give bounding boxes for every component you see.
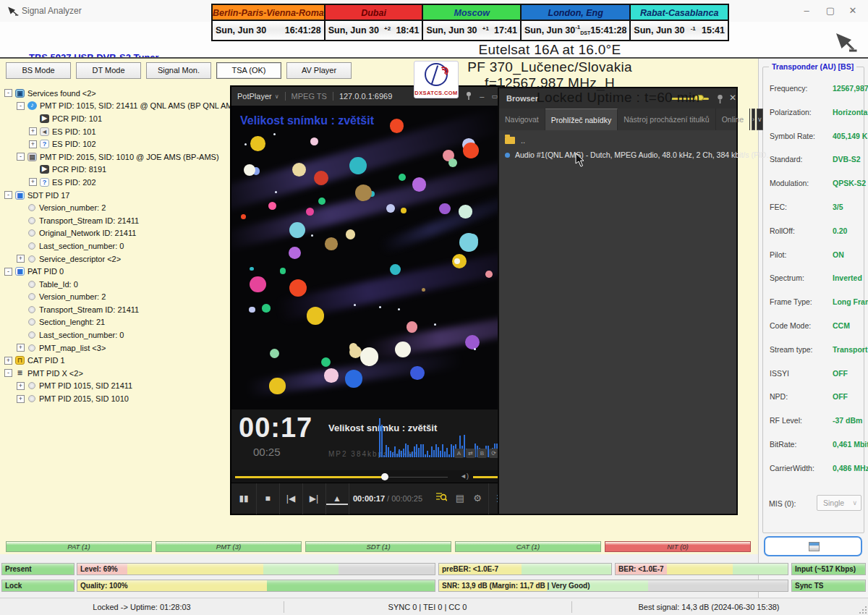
stop-button[interactable]: ■ <box>257 483 278 514</box>
tree-row[interactable]: Version_number: 2 <box>4 201 226 214</box>
tree-play-icon: ▶ <box>40 114 49 123</box>
tree-row[interactable]: Transport_Stream ID: 21411 <box>4 214 226 227</box>
online-next-icon[interactable]: › <box>752 109 755 130</box>
tree-row[interactable]: -♪PMT PID: 1015, SID: 21411 @ QNL AMS (B… <box>4 100 226 113</box>
minimize-button[interactable]: – <box>796 3 817 19</box>
tree-row[interactable]: Table_Id: 0 <box>4 278 226 291</box>
playlist-search-icon[interactable] <box>434 491 448 506</box>
tree-row[interactable]: ▶PCR PID: 8191 <box>4 164 226 177</box>
ab-button-⇄[interactable]: ⇄ <box>466 449 475 458</box>
tree-row[interactable]: -▦SDT PID 17 <box>4 189 226 202</box>
transponder-row: Modulation:QPSK-S2 <box>763 177 864 191</box>
tree-expander[interactable]: + <box>17 395 25 403</box>
statusbar-sync: SYNC 0 | TEI 0 | CC 0 <box>284 598 571 615</box>
tree-row[interactable]: Last_section_number: 0 <box>4 239 226 253</box>
ab-button-B[interactable]: B <box>477 449 487 458</box>
audio-track-item[interactable]: Audio #1(QNL AMS) - Dutch, MPEG Audio, 4… <box>505 150 773 159</box>
tree-expander[interactable]: + <box>29 127 37 135</box>
tree-row[interactable]: +?ES PID: 102 <box>4 137 226 150</box>
video-dot <box>244 164 255 176</box>
tree-row[interactable]: +Service_descriptor <2> <box>4 253 226 266</box>
mode-tab-strip: BS ModeDT ModeSignal Mon.TSA (OK)AV Play… <box>6 62 352 79</box>
tree-expander[interactable]: - <box>4 268 12 276</box>
tree-row[interactable]: Original_Network ID: 21411 <box>4 227 226 240</box>
seek-bar[interactable]: ◄) <box>231 470 503 483</box>
tab-bs-mode[interactable]: BS Mode <box>6 62 71 79</box>
ts-record-button[interactable] <box>764 536 862 556</box>
previous-button[interactable]: |◀ <box>280 483 302 514</box>
tree-expander[interactable]: + <box>17 382 25 390</box>
chevron-down-icon[interactable]: ∨ <box>275 93 279 100</box>
tree-expander[interactable]: - <box>4 191 12 199</box>
player-maximize-icon[interactable]: ▭ <box>491 93 498 100</box>
clock-city-label: Rabat-Casablanca <box>631 5 728 21</box>
pause-button[interactable]: ▮▮ <box>233 483 255 514</box>
tree-expander[interactable]: - <box>17 153 25 161</box>
tree-question-icon: ? <box>40 178 49 187</box>
tree-row[interactable]: +◄ES PID: 101 <box>4 125 226 138</box>
tree-row[interactable]: Version_number: 2 <box>4 291 226 304</box>
tree-row[interactable]: Last_section_number: 0 <box>4 328 226 342</box>
volume-icon[interactable]: ◄) <box>460 472 469 480</box>
tab-dt-mode[interactable]: DT Mode <box>76 62 141 79</box>
tree-row[interactable]: -▦PAT PID 0 <box>4 265 226 278</box>
browser-close-icon[interactable]: ✕ <box>729 93 736 103</box>
maximize-button[interactable]: ▢ <box>820 3 841 19</box>
tree-row[interactable]: +?ES PID: 202 <box>4 176 226 189</box>
tree-row[interactable]: +PMT_map_list <3> <box>4 342 226 355</box>
ab-repeat-buttons[interactable]: A⇄B⟳ <box>454 449 498 458</box>
meter-preber: preBER: <1.0E-7 <box>438 563 612 575</box>
tree-bullet-icon <box>28 395 35 402</box>
transponder-row-label: Standard: <box>770 155 803 164</box>
tab-av-player[interactable]: AV Player <box>286 62 352 79</box>
clock-time: 18:41 <box>396 25 419 35</box>
tree-row[interactable]: ▶PCR PID: 101 <box>4 112 226 125</box>
tree-expander[interactable]: - <box>4 369 12 377</box>
browser-titlebar[interactable]: Browser Locked Uptime : t=60 min ✕ <box>499 88 736 109</box>
tree-row[interactable]: +PMT PID 1015, SID 21411 <box>4 380 226 393</box>
video-dot <box>395 342 411 357</box>
folder-up-item[interactable]: .. <box>505 136 525 145</box>
transponder-row-label: Polarization: <box>770 108 812 116</box>
browser-tab-n-stroj-proch-zen-titulk-[interactable]: Nástroj procházení titulků <box>618 109 715 130</box>
settings-gear-icon[interactable]: ⚙ <box>470 491 485 506</box>
statusbar-best-signal: Best signal: 14,3 dB (2024-06-30 15:38) <box>571 598 846 615</box>
browser-tab-navigovat[interactable]: Navigovat <box>499 109 545 130</box>
tree-label: PMT PID X <2> <box>27 369 83 378</box>
tree-row[interactable]: +⊓CAT PID 1 <box>4 354 226 367</box>
tree-expander[interactable]: + <box>29 178 37 186</box>
tree-expander[interactable]: - <box>17 102 25 110</box>
tree-row[interactable]: -≣PMT PID X <2> <box>4 367 226 380</box>
annotation-frequency: f=12567,987 MHz_H <box>362 75 738 91</box>
playlist-panel-icon[interactable]: ▤ <box>453 491 467 506</box>
potplayer-menu[interactable]: PotPlayer <box>237 92 272 101</box>
tab-signal-mon-[interactable]: Signal Mon. <box>146 62 211 79</box>
tree-row[interactable]: Transport_Stream ID: 21411 <box>4 303 226 316</box>
mis-dropdown[interactable]: Single∨ <box>817 495 861 511</box>
online-more-icon[interactable]: ∨ <box>757 109 763 130</box>
tree-row[interactable]: -▣Services found <2> <box>4 87 226 100</box>
browser-tab-online[interactable]: Online <box>716 109 750 130</box>
tree-row[interactable]: -▤PMT PID: 2015, SID: 1010 @ JOE AMS (BP… <box>4 150 226 164</box>
tree-expander[interactable]: + <box>17 255 25 263</box>
close-button[interactable]: ✕ <box>842 3 864 19</box>
tree-expander[interactable]: - <box>4 89 12 97</box>
tree-expander[interactable]: + <box>29 140 37 148</box>
video-canvas[interactable]: Velikost snímku : zvětšit <box>231 106 503 410</box>
next-button[interactable]: ▶| <box>303 483 325 514</box>
seek-knob[interactable] <box>381 473 388 480</box>
video-sparkle <box>354 304 356 306</box>
pin-icon[interactable] <box>465 91 472 101</box>
ab-button-A[interactable]: A <box>454 449 464 458</box>
eject-button[interactable]: ▲ <box>326 486 348 505</box>
tree-expander[interactable]: + <box>4 357 12 365</box>
player-minimize-icon[interactable]: – <box>480 92 484 101</box>
browser-tab-prohl-e-nab-dky[interactable]: Prohlížeč nabídky <box>545 109 618 130</box>
pin-icon[interactable] <box>716 93 724 106</box>
tree-row[interactable]: Section_lenght: 21 <box>4 316 226 329</box>
tree-row[interactable]: +PMT PID 2015, SID 1010 <box>4 392 226 405</box>
tree-label: ES PID: 102 <box>52 140 96 148</box>
tree-expander[interactable]: + <box>17 344 25 352</box>
resize-grip[interactable] <box>858 605 867 614</box>
tab-tsa-ok-[interactable]: TSA (OK) <box>216 62 281 79</box>
